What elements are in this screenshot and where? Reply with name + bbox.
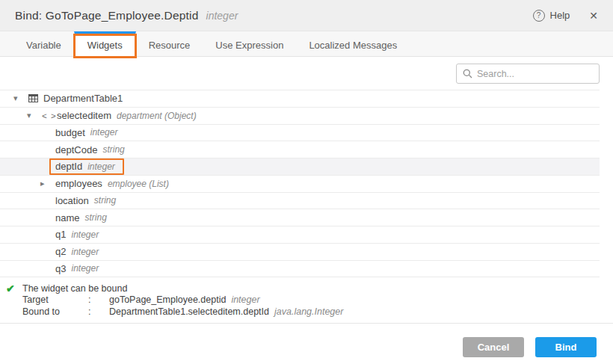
tab-use-expression[interactable]: Use Expression <box>203 31 296 56</box>
titlebar-actions: Help <box>533 10 598 22</box>
cancel-button[interactable]: Cancel <box>463 337 524 357</box>
node-label: selecteditem <box>57 110 111 121</box>
tree-row-name[interactable]: name string <box>0 209 600 226</box>
node-label: deptId <box>55 161 82 172</box>
node-type: integer <box>87 161 115 172</box>
close-icon[interactable] <box>589 10 598 22</box>
tree-row-deptcode[interactable]: deptCode string <box>0 141 600 158</box>
tab-resource[interactable]: Resource <box>136 31 203 56</box>
caret-down-icon[interactable] <box>13 93 28 103</box>
bind-button[interactable]: Bind <box>535 337 597 357</box>
node-type: integer <box>71 247 99 257</box>
help-icon[interactable] <box>533 10 545 22</box>
node-label: q3 <box>55 263 66 274</box>
status-target-label: Target <box>22 294 88 306</box>
caret-down-icon[interactable] <box>27 111 42 120</box>
tab-resource-label: Resource <box>149 40 191 51</box>
node-label: DepartmentTable1 <box>43 93 123 104</box>
bind-dialog: Bind: GoToPage_Employee.Deptid integer H… <box>0 0 613 364</box>
status-separator: : <box>88 306 109 318</box>
node-type: string <box>102 144 124 155</box>
node-label: budget <box>55 127 85 138</box>
caret-right-icon[interactable] <box>40 179 55 188</box>
tree-row-location[interactable]: location string <box>0 193 600 210</box>
node-label: q1 <box>55 229 66 240</box>
tab-variable-label: Variable <box>26 40 61 51</box>
tree-row-selecteditem[interactable]: selecteditem department (Object) <box>0 108 600 125</box>
tab-use-expression-label: Use Expression <box>215 40 283 51</box>
node-type: integer <box>71 229 99 240</box>
node-label: name <box>55 212 80 223</box>
tree-row-q2[interactable]: q2 integer <box>0 244 600 261</box>
search-box[interactable] <box>456 64 600 84</box>
bind-status-details: Target : goToPage_Employee.deptid intege… <box>22 294 613 318</box>
table-icon <box>28 94 43 102</box>
tree-row-q1[interactable]: q1 integer <box>0 226 600 244</box>
dialog-content: DepartmentTable1 selecteditem department… <box>0 57 613 357</box>
dialog-footer: Cancel Bind <box>0 324 613 357</box>
tab-strip: Variable Widgets Resource Use Expression… <box>0 31 613 57</box>
tab-widgets[interactable]: Widgets <box>74 31 136 57</box>
node-label: location <box>55 195 89 206</box>
node-label: deptCode <box>55 144 97 155</box>
help-link[interactable]: Help <box>550 10 570 21</box>
status-boundto-value: DepartmentTable1.selecteditem.deptId <box>109 306 269 318</box>
dialog-title: Bind: GoToPage_Employee.Deptid <box>15 9 199 22</box>
dialog-titlebar: Bind: GoToPage_Employee.Deptid integer H… <box>0 0 613 31</box>
node-type: department (Object) <box>117 111 197 121</box>
tab-localized-messages[interactable]: Localized Messages <box>296 31 410 56</box>
tab-widgets-label: Widgets <box>87 40 123 51</box>
tree-row-q3[interactable]: q3 integer <box>0 261 600 278</box>
object-icon <box>42 111 57 120</box>
node-type: integer <box>90 127 118 138</box>
search-input[interactable] <box>477 69 597 79</box>
status-separator: : <box>88 294 109 306</box>
status-boundto-type: java.lang.Integer <box>274 306 343 318</box>
tree-row-departmenttable1[interactable]: DepartmentTable1 <box>0 90 600 108</box>
tree-row-budget[interactable]: budget integer <box>0 125 600 142</box>
dialog-title-type: integer <box>206 10 238 22</box>
search-icon <box>463 69 472 78</box>
node-type: string <box>85 212 107 223</box>
node-type: string <box>94 195 116 206</box>
status-target-row: Target : goToPage_Employee.deptid intege… <box>22 294 613 306</box>
node-type: employee (List) <box>108 179 169 189</box>
bind-status-message: The widget can be bound <box>22 283 127 294</box>
status-target-value: goToPage_Employee.deptid <box>109 294 226 306</box>
node-type: integer <box>71 263 99 274</box>
tree-row-deptid[interactable]: deptId integer <box>0 158 600 176</box>
tree-row-employees[interactable]: employees employee (List) <box>0 176 600 193</box>
node-label: employees <box>55 178 102 189</box>
search-row <box>0 57 613 90</box>
tab-variable[interactable]: Variable <box>13 31 74 56</box>
widget-tree: DepartmentTable1 selecteditem department… <box>0 90 600 277</box>
status-boundto-label: Bound to <box>22 306 88 318</box>
bind-status-panel: The widget can be bound Target : goToPag… <box>0 277 613 324</box>
status-boundto-row: Bound to : DepartmentTable1.selecteditem… <box>22 306 613 318</box>
deptid-annotation-box: deptId integer <box>49 158 124 175</box>
status-target-type: integer <box>231 294 259 306</box>
tab-localized-messages-label: Localized Messages <box>309 40 397 51</box>
node-label: q2 <box>55 246 66 257</box>
green-check-icon <box>6 283 22 294</box>
